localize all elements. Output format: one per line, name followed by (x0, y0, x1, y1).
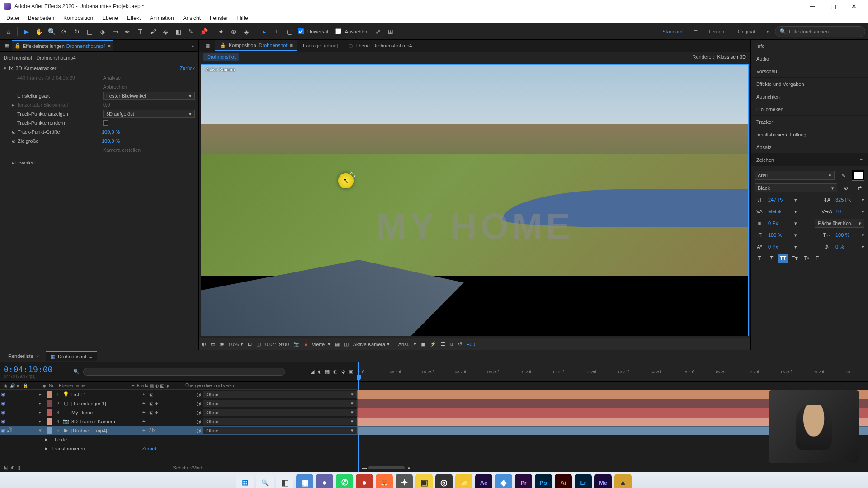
panel-tab-absatz[interactable]: Absatz (751, 141, 868, 154)
timeline-comp-tab[interactable]: ▦Drohnenshot≡ (46, 351, 96, 361)
alpha-icon[interactable]: ◐ (202, 341, 206, 347)
eyedropper-icon[interactable]: ✎ (838, 171, 848, 180)
taskbar-start[interactable]: ⊞ (236, 474, 254, 488)
parent-dropdown[interactable]: Ohne▾ (203, 400, 357, 407)
parent-dropdown[interactable]: Ohne▾ (203, 409, 357, 416)
taskbar-whatsapp[interactable]: ✆ (336, 474, 353, 488)
view-axis-icon[interactable]: ◈ (241, 26, 252, 38)
panel-tab-audio[interactable]: Audio (751, 52, 868, 65)
taskbar-files[interactable]: 📁 (455, 474, 472, 488)
subscript-button[interactable]: T₁ (813, 254, 823, 263)
label-color[interactable] (47, 427, 52, 434)
no-fill-icon[interactable]: ⊘ (841, 183, 851, 192)
camera-view-dropdown[interactable]: Aktive Kamera ▾ (353, 341, 390, 347)
comp-tab[interactable]: 🔒 Komposition Drohnenshot ≡ (215, 40, 297, 51)
panel-tab-vorschau[interactable]: Vorschau (751, 65, 868, 78)
pickwhip-icon[interactable]: @ (196, 419, 201, 424)
pen-tool-icon[interactable]: ✒ (122, 26, 133, 38)
flowchart-icon[interactable]: ⧉ (450, 341, 453, 347)
panel-tab-tracker[interactable]: Tracker (751, 116, 868, 128)
pickwhip-icon[interactable]: @ (196, 410, 201, 415)
taskbar-firefox[interactable]: 🦊 (376, 474, 393, 488)
target-size-value[interactable]: 100,0 % (102, 138, 195, 144)
zoom-tool-icon[interactable]: 🔍 (46, 26, 57, 38)
tpg-twirl-icon[interactable]: ▸ (4, 129, 12, 135)
zoom-in-icon[interactable]: ▲ (406, 465, 411, 470)
footage-tab[interactable]: Footage (ohne) (298, 40, 343, 51)
bold-button[interactable]: T (755, 254, 764, 263)
parent-dropdown[interactable]: Ohne▾ (203, 391, 357, 398)
maximize-button[interactable]: ▢ (823, 0, 844, 13)
current-timecode[interactable]: 0:04:19:00 (4, 365, 52, 374)
res-icon[interactable]: ⊞ (248, 341, 252, 347)
snapping-checkbox[interactable] (298, 28, 304, 34)
italic-button[interactable]: T (766, 254, 776, 263)
exposure-value[interactable]: +0,0 (467, 342, 476, 347)
align-opts-icon[interactable]: ⤢ (372, 26, 384, 38)
world-axis-icon[interactable]: ⊕ (228, 26, 240, 38)
fx-twirl-icon[interactable]: ▾ (4, 66, 6, 71)
vscale-value[interactable]: 100 % (768, 232, 791, 238)
font-size-value[interactable]: 247 Px (768, 197, 791, 202)
roi-icon[interactable]: ◫ (256, 341, 261, 347)
rect-tool-icon[interactable]: ▭ (109, 26, 121, 38)
menu-komposition[interactable]: Komposition (59, 15, 98, 21)
help-search[interactable]: 🔍 Hilfe durchsuchen (775, 26, 865, 37)
pan-behind-icon[interactable]: ⬗ (96, 26, 108, 38)
toggle-modes-icon[interactable]: ⬖ (11, 465, 14, 470)
rotate-tool-icon[interactable]: ↻ (71, 26, 83, 38)
character-panel-tab[interactable]: Zeichen≡ (751, 154, 868, 166)
allcaps-button[interactable]: TT (778, 254, 788, 263)
draft3d-icon[interactable]: ⬖ (318, 369, 321, 375)
pickwhip-icon[interactable]: @ (196, 428, 201, 433)
toggle-switches-icon[interactable]: ⬕ (4, 465, 8, 470)
workspace-menu-icon[interactable]: ≡ (690, 26, 702, 38)
camera-tool-icon[interactable]: ◫ (84, 26, 95, 38)
align-checkbox[interactable] (335, 28, 341, 34)
timeline-icon[interactable]: ☰ (441, 341, 445, 347)
font-weight-dropdown[interactable]: Black▾ (755, 183, 837, 192)
fill-color-swatch[interactable] (852, 170, 864, 181)
comp-breadcrumb[interactable]: Drohnenshot (203, 53, 239, 61)
taskbar-ps[interactable]: Ps (535, 474, 552, 488)
zoom-out-icon[interactable]: ▬ (362, 465, 367, 470)
layer-row[interactable]: ◉ ▸ 1 💡 Licht 1 ✦ ⬕ @Ohne▾ (0, 390, 357, 399)
menu-ebene[interactable]: Ebene (98, 15, 123, 21)
zoom-dropdown[interactable]: 50% ▾ (229, 341, 243, 347)
panel-tab-ausrichten[interactable]: Ausrichten (751, 90, 868, 103)
zoom-slider[interactable] (368, 466, 405, 469)
taskbar-lr[interactable]: Lr (575, 474, 592, 488)
transparency-icon[interactable]: ▦ (335, 341, 340, 347)
transform-twirl-icon[interactable]: ▸ (45, 446, 52, 451)
menu-bearbeiten[interactable]: Bearbeiten (24, 15, 59, 21)
shy-icon[interactable]: ◢ (311, 369, 314, 375)
label-color[interactable] (47, 418, 52, 425)
fx-reset-link[interactable]: Zurück (179, 66, 195, 71)
layer-twirl-icon[interactable]: ▸ (39, 409, 45, 415)
layer-row[interactable]: ◉ 🔊 ▾ 5 ▶ [Drohne...t.mp4] ✦ / fx @Ohne▾ (0, 426, 357, 435)
channel-icon[interactable]: ▭ (211, 341, 215, 347)
track-point-size-value[interactable]: 100,0 % (102, 129, 195, 135)
stroke-option-dropdown[interactable]: Fläche über Kon...▾ (815, 219, 864, 228)
layer-row[interactable]: ◉ ▸ 3 T My Home ✦ ⬕ ⬗ @Ohne▾ (0, 408, 357, 417)
composition-viewport[interactable]: MY HOME Aktive Kamera (201, 64, 749, 336)
snap-box-icon[interactable]: ▢ (283, 26, 295, 38)
color-mgmt-icon[interactable]: ● (304, 342, 307, 347)
tsume-value[interactable]: 0 % (835, 244, 858, 249)
selection-tool-icon[interactable]: ▶ (20, 26, 32, 38)
render-track-checkbox[interactable] (103, 120, 108, 126)
eraser-tool-icon[interactable]: ◧ (172, 26, 184, 38)
exposure-reset-icon[interactable]: ↺ (458, 341, 462, 347)
3d-icon[interactable]: ◫ (344, 341, 349, 347)
taskbar-obs[interactable]: ◎ (435, 474, 453, 488)
menu-ansicht[interactable]: Ansicht (179, 15, 205, 21)
toggle-parent-icon[interactable]: {} (17, 465, 20, 470)
workspace-original[interactable]: Original (731, 29, 761, 34)
render-queue-tab[interactable]: Renderliste× (4, 351, 43, 361)
visibility-icon[interactable]: ◉ (0, 400, 6, 406)
taskbar-app1[interactable]: ● (356, 474, 373, 488)
panel-tab-inhaltsbasierte-füllung[interactable]: Inhaltsbasierte Füllung (751, 128, 868, 141)
preview-timecode[interactable]: 0:04:19:00 (265, 342, 289, 347)
shot-type-dropdown[interactable]: Fester Blickwinkel▾ (103, 92, 195, 100)
mask-icon[interactable]: ◉ (220, 341, 224, 347)
